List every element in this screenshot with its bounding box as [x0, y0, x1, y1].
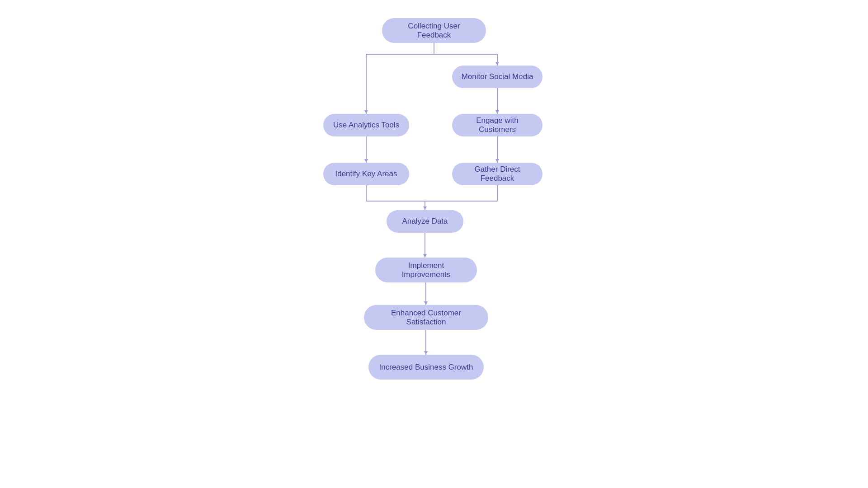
node-increased-business-growth: Increased Business Growth: [368, 355, 484, 380]
node-identify-key-areas: Identify Key Areas: [323, 163, 409, 185]
node-analyze-data: Analyze Data: [387, 210, 463, 233]
svg-marker-3: [495, 62, 499, 66]
svg-marker-7: [364, 110, 368, 114]
node-implement-improvements: Implement Improvements: [375, 258, 477, 282]
node-enhanced-customer-satisfaction: Enhanced Customer Satisfaction: [364, 305, 488, 330]
svg-marker-13: [495, 159, 499, 163]
svg-marker-23: [424, 301, 428, 305]
node-monitor-social-media: Monitor Social Media: [452, 66, 542, 88]
node-collecting-user-feedback: Collecting User Feedback: [382, 18, 486, 43]
svg-marker-9: [495, 110, 499, 114]
node-use-analytics-tools: Use Analytics Tools: [323, 114, 409, 136]
node-engage-with-customers: Engage with Customers: [452, 114, 542, 136]
node-gather-direct-feedback: Gather Direct Feedback: [452, 163, 542, 185]
flowchart-diagram: Collecting User Feedback Monitor Social …: [298, 14, 570, 474]
svg-marker-17: [423, 206, 427, 210]
svg-marker-11: [364, 159, 368, 163]
svg-marker-21: [423, 254, 427, 258]
svg-marker-25: [424, 351, 428, 355]
